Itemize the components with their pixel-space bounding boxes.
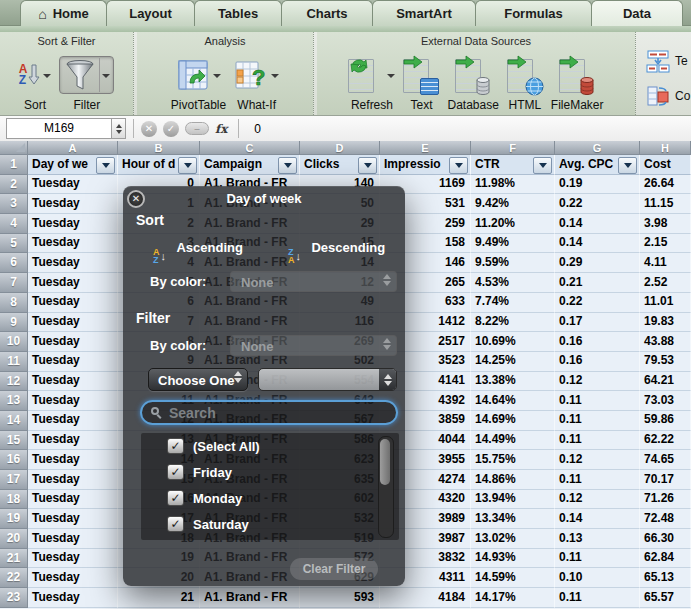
row-header-9[interactable]: 9 bbox=[0, 313, 28, 333]
tab-tables[interactable]: Tables bbox=[194, 0, 282, 26]
data-cell[interactable]: 0.10 bbox=[555, 568, 640, 588]
select-all-corner[interactable] bbox=[0, 141, 28, 155]
data-cell[interactable]: 19.83 bbox=[640, 313, 691, 333]
column-header-F[interactable]: F bbox=[471, 141, 555, 155]
data-cell[interactable]: 0.13 bbox=[555, 529, 640, 549]
autofilter-dropdown-icon[interactable] bbox=[358, 157, 377, 174]
column-header-H[interactable]: H bbox=[640, 141, 691, 155]
tab-data[interactable]: Data bbox=[591, 0, 683, 26]
data-cell[interactable]: 13.02% bbox=[471, 529, 555, 549]
checkbox-icon[interactable]: ✓ bbox=[167, 516, 184, 532]
row-header-23[interactable]: 23 bbox=[0, 588, 28, 608]
column-header-G[interactable]: G bbox=[555, 141, 640, 155]
table-header-cell[interactable]: Impressio bbox=[380, 155, 471, 175]
data-cell[interactable]: Tuesday bbox=[28, 470, 118, 490]
tab-home[interactable]: ⌂Home bbox=[20, 0, 107, 26]
data-cell[interactable]: 0.17 bbox=[555, 313, 640, 333]
data-cell[interactable]: 62.22 bbox=[640, 431, 691, 451]
data-cell[interactable]: 14.93% bbox=[471, 549, 555, 569]
data-cell[interactable]: 72.48 bbox=[640, 509, 691, 529]
row-header-20[interactable]: 20 bbox=[0, 529, 28, 549]
data-cell[interactable]: 73.03 bbox=[640, 391, 691, 411]
checkbox-icon[interactable]: ✓ bbox=[167, 464, 184, 480]
row-header-8[interactable]: 8 bbox=[0, 293, 28, 313]
data-cell[interactable]: 70.17 bbox=[640, 470, 691, 490]
row-header-11[interactable]: 11 bbox=[0, 352, 28, 372]
formula-input[interactable]: 0 bbox=[246, 122, 261, 136]
data-cell[interactable]: 0.16 bbox=[555, 352, 640, 372]
row-header-14[interactable]: 14 bbox=[0, 411, 28, 431]
data-cell[interactable]: 13.94% bbox=[471, 490, 555, 510]
data-cell[interactable]: Tuesday bbox=[28, 214, 118, 234]
data-cell[interactable]: 0.11 bbox=[555, 470, 640, 490]
data-cell[interactable]: 11.01 bbox=[640, 293, 691, 313]
data-cell[interactable]: 0.12 bbox=[555, 372, 640, 392]
data-cell[interactable]: 0.11 bbox=[555, 431, 640, 451]
data-cell[interactable]: 74.65 bbox=[640, 450, 691, 470]
row-header-6[interactable]: 6 bbox=[0, 253, 28, 273]
table-header-cell[interactable]: CTR bbox=[471, 155, 555, 175]
data-cell[interactable]: 0.19 bbox=[555, 175, 640, 195]
autofilter-dropdown-icon[interactable] bbox=[96, 157, 115, 174]
data-cell[interactable]: 66.30 bbox=[640, 529, 691, 549]
sort-button[interactable]: AZ Sort bbox=[16, 50, 55, 114]
scrollbar-thumb[interactable] bbox=[380, 439, 390, 485]
table-header-cell[interactable]: Avg. CPC bbox=[555, 155, 640, 175]
data-cell[interactable]: Tuesday bbox=[28, 431, 118, 451]
filter-button[interactable]: Filter bbox=[56, 50, 117, 114]
autofilter-dropdown-icon[interactable] bbox=[178, 157, 197, 174]
data-cell[interactable]: Tuesday bbox=[28, 549, 118, 569]
row-header-22[interactable]: 22 bbox=[0, 568, 28, 588]
table-header-cell[interactable]: Cost bbox=[640, 155, 691, 175]
data-cell[interactable]: 14.59% bbox=[471, 568, 555, 588]
tab-smartart[interactable]: SmartArt bbox=[372, 0, 476, 26]
data-cell[interactable]: 9.49% bbox=[471, 234, 555, 254]
data-cell[interactable]: 21 bbox=[118, 588, 200, 608]
autofilter-dropdown-icon[interactable] bbox=[618, 157, 637, 174]
data-cell[interactable]: 64.21 bbox=[640, 372, 691, 392]
whatif-dropdown-caret[interactable] bbox=[271, 74, 279, 78]
whatif-button[interactable]: ? What-If bbox=[231, 50, 282, 114]
data-cell[interactable]: 3.98 bbox=[640, 214, 691, 234]
data-cell[interactable]: 0.22 bbox=[555, 293, 640, 313]
row-header-1[interactable]: 1 bbox=[0, 155, 28, 175]
data-cell[interactable]: 9.42% bbox=[471, 194, 555, 214]
row-header-19[interactable]: 19 bbox=[0, 509, 28, 529]
refresh-button[interactable]: Refresh bbox=[345, 50, 398, 114]
table-header-cell[interactable]: Clicks bbox=[300, 155, 380, 175]
data-cell[interactable]: Tuesday bbox=[28, 588, 118, 608]
row-header-13[interactable]: 13 bbox=[0, 391, 28, 411]
column-header-D[interactable]: D bbox=[300, 141, 380, 155]
data-cell[interactable]: Tuesday bbox=[28, 529, 118, 549]
data-cell[interactable]: 0.11 bbox=[555, 411, 640, 431]
data-cell[interactable]: Tuesday bbox=[28, 352, 118, 372]
filter-dropdown-caret[interactable] bbox=[102, 74, 110, 78]
data-cell[interactable]: 43.88 bbox=[640, 332, 691, 352]
data-cell[interactable]: Tuesday bbox=[28, 194, 118, 214]
autofilter-dropdown-icon[interactable] bbox=[278, 157, 297, 174]
data-cell[interactable]: 14.69% bbox=[471, 411, 555, 431]
autofilter-dropdown-icon[interactable] bbox=[449, 157, 468, 174]
data-cell[interactable]: 13.34% bbox=[471, 509, 555, 529]
data-cell[interactable]: Tuesday bbox=[28, 293, 118, 313]
data-cell[interactable]: 0.22 bbox=[555, 194, 640, 214]
data-cell[interactable]: 593 bbox=[300, 588, 380, 608]
data-cell[interactable]: 65.13 bbox=[640, 568, 691, 588]
column-header-A[interactable]: A bbox=[28, 141, 118, 155]
row-header-15[interactable]: 15 bbox=[0, 431, 28, 451]
sort-dropdown-caret[interactable] bbox=[43, 74, 51, 78]
table-header-cell[interactable]: Hour of d bbox=[118, 155, 200, 175]
filter-list-item[interactable]: ✓Monday bbox=[141, 485, 399, 511]
data-cell[interactable]: 65.57 bbox=[640, 588, 691, 608]
data-cell[interactable]: 0.14 bbox=[555, 214, 640, 234]
data-cell[interactable]: 0.14 bbox=[555, 509, 640, 529]
cancel-icon[interactable]: ✕ bbox=[141, 121, 157, 137]
row-header-18[interactable]: 18 bbox=[0, 490, 28, 510]
tab-layout[interactable]: Layout bbox=[106, 0, 195, 26]
row-header-12[interactable]: 12 bbox=[0, 372, 28, 392]
data-cell[interactable]: 15.75% bbox=[471, 450, 555, 470]
condition-value-field[interactable] bbox=[258, 368, 397, 391]
data-cell[interactable]: 14.64% bbox=[471, 391, 555, 411]
pivottable-dropdown-caret[interactable] bbox=[213, 74, 221, 78]
text-import-button[interactable]: Text bbox=[400, 50, 442, 114]
